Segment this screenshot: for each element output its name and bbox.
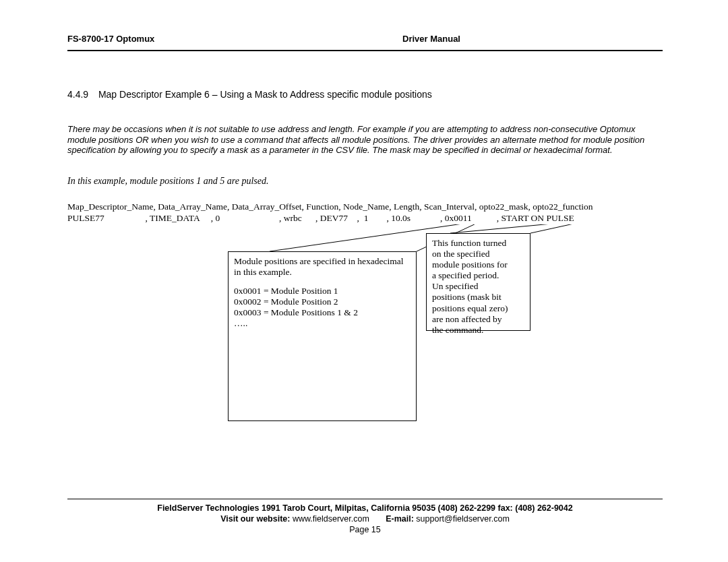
callout-box-mask: Module positions are specified in hexade… [228, 251, 417, 421]
callout2-line: positions (mask bit [432, 292, 524, 303]
example-note: In this example, module positions 1 and … [67, 176, 663, 187]
csv-data-row: PULSE77 , TIME_DATA , 0 , wrbc , DEV77 ,… [67, 213, 574, 223]
callout2-line: a specified period. [432, 270, 524, 281]
section-title-text: Map Descriptor Example 6 – Using a Mask … [98, 89, 432, 100]
callout1-line: in this example. [234, 267, 411, 278]
callout1-line: Module positions are specified in hexade… [234, 256, 411, 267]
callout2-line: This function turned [432, 238, 524, 249]
callout2-line: positions equal zero) [432, 303, 524, 314]
footer-email-label: E-mail: [386, 514, 414, 524]
csv-header-row: Map_Descriptor_Name, Data_Array_Name, Da… [67, 201, 593, 212]
svg-line-3 [530, 224, 580, 233]
footer-address: FieldServer Technologies 1991 Tarob Cour… [157, 503, 572, 513]
callout1-line: 0x0003 = Module Positions 1 & 2 [234, 307, 411, 318]
page-footer: FieldServer Technologies 1991 Tarob Cour… [67, 499, 663, 534]
footer-rule [67, 499, 663, 499]
footer-page: Page 15 [67, 525, 663, 534]
csv-example: Map_Descriptor_Name, Data_Array_Name, Da… [67, 201, 663, 224]
header-right: Driver Manual [402, 34, 460, 44]
callout1-line: 0x0002 = Module Position 2 [234, 296, 411, 307]
section-heading: 4.4.9 Map Descriptor Example 6 – Using a… [67, 89, 663, 100]
intro-paragraph: There may be occasions when it is not su… [67, 124, 663, 156]
callout-area: Module positions are specified in hexade… [67, 224, 663, 427]
page-header: FS-8700-17 Optomux Driver Manual [67, 34, 663, 47]
footer-email: support@fieldserver.com [414, 514, 510, 524]
callout1-line: ….. [234, 318, 411, 329]
header-left: FS-8700-17 Optomux [67, 34, 154, 44]
callout1-line: 0x0001 = Module Position 1 [234, 286, 411, 296]
callout-box-function: This function turned on the specified mo… [426, 233, 530, 331]
section-number: 4.4.9 [67, 89, 96, 100]
callout2-line: are non affected by [432, 314, 524, 325]
footer-web-label: Visit our website: [220, 514, 293, 524]
footer-web: www.fieldserver.com [293, 514, 369, 524]
svg-line-2 [450, 224, 566, 233]
header-rule [67, 50, 663, 51]
callout2-line: the command. [432, 325, 524, 336]
callout2-line: Un specified [432, 281, 524, 292]
callout2-line: on the specified [432, 249, 524, 259]
callout2-line: module positions for [432, 259, 524, 270]
